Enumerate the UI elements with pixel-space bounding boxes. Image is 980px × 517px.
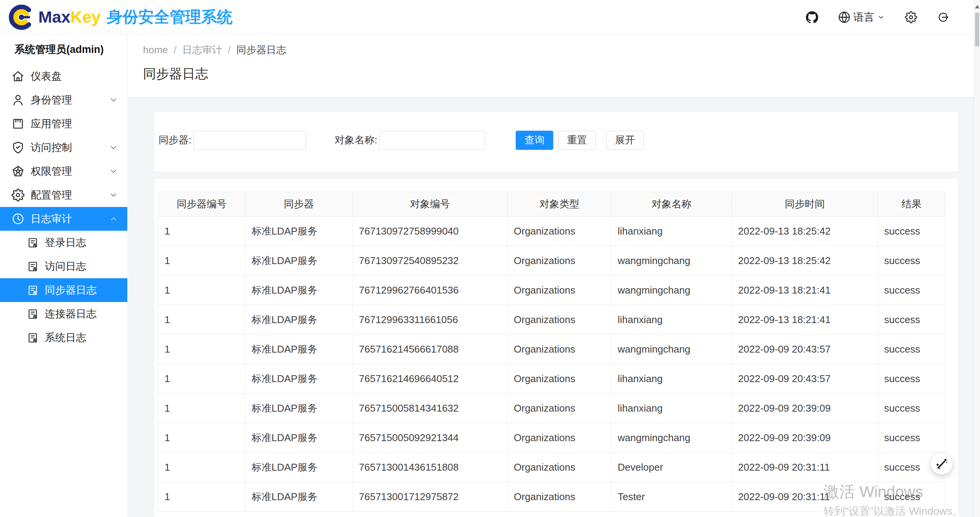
sidebar: 系统管理员(admin) 仪表盘 身份管理 应用管理 访问控制 权限管理 bbox=[0, 34, 128, 517]
table-column-header: 结果 bbox=[878, 192, 945, 217]
table-cell: 1 bbox=[158, 305, 245, 335]
table-column-header: 同步时间 bbox=[732, 192, 878, 217]
clock-icon bbox=[12, 212, 25, 225]
page-header: home / 日志审计 / 同步器日志 同步器日志 bbox=[128, 34, 980, 97]
chevron-down-icon bbox=[109, 167, 118, 176]
table-row[interactable]: 1标准LDAP服务765716214696640512Organizations… bbox=[158, 364, 945, 394]
table-row[interactable]: 1标准LDAP服务765716214566617088Organizations… bbox=[158, 335, 945, 364]
table-cell: lihanxiang bbox=[612, 305, 732, 335]
object-name-label: 对象名称: bbox=[306, 133, 377, 147]
log-audit-submenu: 登录日志访问日志同步器日志连接器日志系统日志 bbox=[0, 231, 127, 350]
table-row[interactable]: 1标准LDAP服务765713001436151808Organizations… bbox=[158, 453, 945, 482]
table-cell: Organizations bbox=[508, 364, 612, 394]
sidebar-item-dashboard[interactable]: 仪表盘 bbox=[0, 64, 127, 88]
person-icon bbox=[12, 94, 25, 107]
table-cell: lihanxiang bbox=[612, 394, 732, 423]
reset-button[interactable]: 重置 bbox=[558, 131, 596, 150]
sidebar-item-configuration[interactable]: 配置管理 bbox=[0, 183, 127, 207]
object-name-input[interactable] bbox=[379, 131, 485, 150]
log-document-icon bbox=[27, 237, 39, 249]
github-icon[interactable] bbox=[806, 11, 818, 23]
breadcrumb-home[interactable]: home bbox=[143, 44, 168, 56]
magic-wand-button[interactable] bbox=[931, 453, 952, 474]
sidebar-item-label: 应用管理 bbox=[31, 117, 72, 131]
submenu-item-label: 访问日志 bbox=[45, 259, 86, 273]
sync-input[interactable] bbox=[193, 131, 306, 150]
sidebar-item-label: 身份管理 bbox=[31, 93, 72, 107]
sidebar-item-access-control[interactable]: 访问控制 bbox=[0, 136, 127, 159]
logout-icon[interactable] bbox=[937, 11, 949, 23]
expand-button[interactable]: 展开 bbox=[606, 131, 644, 150]
sidebar-item-applications[interactable]: 应用管理 bbox=[0, 112, 127, 136]
sidebar-item-label: 访问控制 bbox=[31, 141, 72, 154]
submenu-item-label: 登录日志 bbox=[45, 236, 86, 249]
app-header: MaxKey 身份安全管理系统 语言 bbox=[0, 0, 980, 34]
chevron-up-icon bbox=[109, 214, 118, 223]
table-cell: Organizations bbox=[508, 335, 612, 364]
table-cell: 2022-09-09 20:31:11 bbox=[732, 482, 878, 512]
table-row[interactable]: 1标准LDAP服务767129962766401536Organizations… bbox=[158, 276, 945, 305]
table-column-header: 同步器 bbox=[245, 192, 353, 217]
language-menu[interactable]: 语言 bbox=[838, 10, 885, 24]
chevron-down-icon bbox=[877, 13, 885, 21]
table-cell: Organizations bbox=[508, 305, 612, 335]
sidebar-item-label: 配置管理 bbox=[31, 188, 72, 202]
vertical-scrollbar[interactable] bbox=[974, 0, 980, 517]
table-cell: success bbox=[878, 482, 945, 512]
pentagon-icon bbox=[12, 165, 25, 178]
table-row[interactable]: 1标准LDAP服务767129963311661056Organizations… bbox=[158, 305, 945, 335]
table-row[interactable]: 1标准LDAP服务765713001712975872Organizations… bbox=[158, 482, 945, 512]
search-button[interactable]: 查询 bbox=[516, 131, 553, 150]
table-cell: 1 bbox=[158, 246, 245, 276]
table-cell: 2022-09-09 20:39:09 bbox=[732, 394, 878, 423]
sync-log-table: 同步器编号同步器对象编号对象类型对象名称同步时间结果 1标准LDAP服务7671… bbox=[158, 192, 945, 512]
submenu-item-label: 同步器日志 bbox=[45, 283, 97, 297]
table-cell: success bbox=[878, 423, 945, 453]
table-column-header: 对象名称 bbox=[612, 192, 732, 217]
settings-gear-icon[interactable] bbox=[905, 11, 917, 23]
table-cell: Organizations bbox=[508, 394, 612, 423]
globe-icon bbox=[838, 11, 850, 23]
sidebar-item-label: 日志审计 bbox=[31, 212, 72, 226]
table-row[interactable]: 1标准LDAP服务767130972758999040Organizations… bbox=[158, 217, 945, 246]
table-cell: 765716214566617088 bbox=[353, 335, 508, 364]
table-cell: Organizations bbox=[508, 423, 612, 453]
brand-max: Max bbox=[38, 8, 71, 26]
table-row[interactable]: 1标准LDAP服务765715005814341632Organizations… bbox=[158, 394, 945, 423]
scrollbar-thumb[interactable] bbox=[975, 13, 979, 46]
table-cell: 1 bbox=[158, 453, 245, 482]
submenu-item[interactable]: 访问日志 bbox=[0, 254, 127, 278]
table-cell: 标准LDAP服务 bbox=[245, 276, 353, 305]
table-cell: 2022-09-09 20:43:57 bbox=[732, 335, 878, 364]
table-cell: Organizations bbox=[508, 453, 612, 482]
sidebar-item-permissions[interactable]: 权限管理 bbox=[0, 159, 127, 183]
submenu-item[interactable]: 系统日志 bbox=[0, 326, 127, 350]
table-cell: 2022-09-13 18:25:42 bbox=[732, 217, 878, 246]
table-row[interactable]: 1标准LDAP服务767130972540895232Organizations… bbox=[158, 246, 945, 276]
sidebar-item-log-audit[interactable]: 日志审计 bbox=[0, 207, 127, 231]
table-row[interactable]: 1标准LDAP服务765715005092921344Organizations… bbox=[158, 423, 945, 453]
sidebar-item-identity[interactable]: 身份管理 bbox=[0, 88, 127, 112]
table-column-header: 同步器编号 bbox=[158, 192, 245, 217]
table-cell: lihanxiang bbox=[612, 217, 732, 246]
submenu-item[interactable]: 同步器日志 bbox=[0, 278, 127, 302]
breadcrumb-log-audit[interactable]: 日志审计 bbox=[182, 43, 222, 57]
maxkey-logo-icon bbox=[8, 4, 35, 30]
submenu-item[interactable]: 连接器日志 bbox=[0, 302, 127, 326]
table-cell: 1 bbox=[158, 276, 245, 305]
table-cell: Organizations bbox=[508, 276, 612, 305]
breadcrumb-separator: / bbox=[174, 44, 176, 56]
chevron-down-icon bbox=[109, 95, 118, 105]
table-cell: 标准LDAP服务 bbox=[245, 246, 353, 276]
table-cell: 765713001436151808 bbox=[353, 453, 508, 482]
scroll-up-arrow-icon[interactable] bbox=[975, 5, 980, 8]
table-cell: success bbox=[878, 394, 945, 423]
table-cell: 765716214696640512 bbox=[353, 364, 508, 394]
table-cell: wangmingchang bbox=[612, 276, 732, 305]
table-column-header: 对象编号 bbox=[353, 192, 508, 217]
table-cell: wangmingchang bbox=[612, 423, 732, 453]
submenu-item[interactable]: 登录日志 bbox=[0, 231, 127, 254]
table-cell: success bbox=[878, 364, 945, 394]
app-icon bbox=[12, 117, 25, 130]
brand-name: MaxKey bbox=[38, 8, 101, 26]
